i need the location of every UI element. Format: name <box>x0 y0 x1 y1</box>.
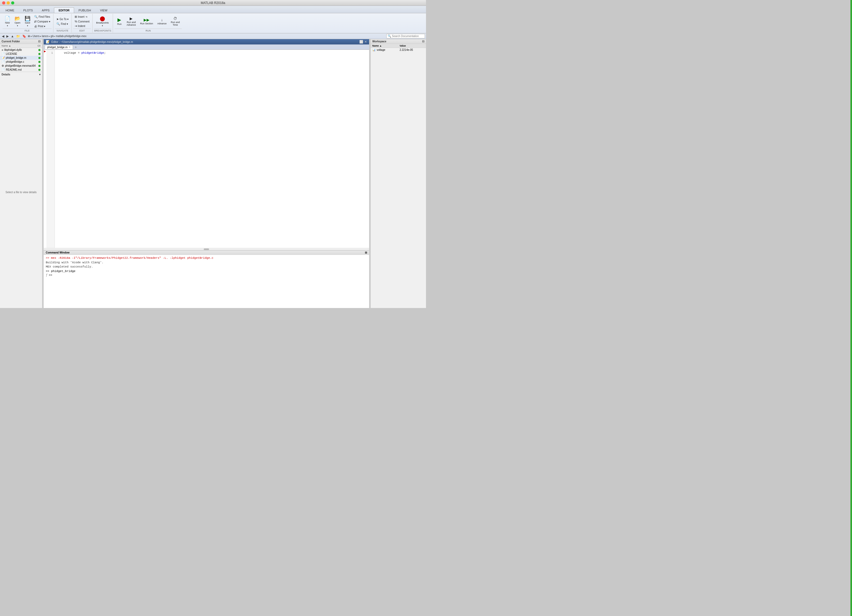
breadcrumb-git[interactable]: git <box>51 35 53 38</box>
prompt-symbol: ƒ <box>46 273 48 277</box>
file-list-header: Name ▲ Git <box>0 44 42 48</box>
nav-up-button[interactable]: ▲ <box>10 34 15 38</box>
file-item-license[interactable]: 📄 LICENSE <box>0 52 42 56</box>
file-item-phidgetbridge-mex[interactable]: ⚙ phidgetBridge.mexmaci64 <box>0 64 42 68</box>
current-folder-expand-icon[interactable]: ⊟ <box>38 40 41 43</box>
file-buttons: 📄 New ▾ 📂 Open ▾ 💾 Save ▾ 🔍 Find Files <box>3 14 51 29</box>
current-line-arrow: ▶ <box>44 50 47 53</box>
workspace-header: Workspace ⊟ <box>371 39 426 44</box>
phidgetbridge-mex-icon: ⚙ <box>2 64 4 67</box>
new-button[interactable]: 📄 New ▾ <box>3 14 12 29</box>
goto-button[interactable]: ➤ Go To ▾ <box>55 17 70 21</box>
maximize-button[interactable] <box>11 2 14 5</box>
editor-controls: ⬜ ✕ <box>360 40 367 44</box>
editor-scrollbar-horizontal[interactable] <box>44 248 369 250</box>
save-button[interactable]: 💾 Save ▾ <box>23 14 32 29</box>
breakpoints-label: Breakpoints <box>96 21 109 24</box>
run-section-button[interactable]: ▶▶ Run Section <box>138 14 155 29</box>
breakpoints-button[interactable]: ⬤ Breakpoints ▾ <box>94 14 110 29</box>
tab-plots[interactable]: PLOTS <box>19 8 37 13</box>
compare-button[interactable]: ⇄ Compare ▾ <box>33 19 51 24</box>
license-name: LICENSE <box>6 52 17 55</box>
editor-close-button[interactable]: ✕ <box>364 40 367 44</box>
workspace-row-voltage[interactable]: 📊 voltage 2.2214e-05 <box>371 48 426 52</box>
find-files-icon: 🔍 <box>34 15 38 18</box>
indent-label: Indent <box>78 25 85 27</box>
open-icon: 📂 <box>15 16 20 21</box>
navbar: ◀ ▶ ▲ 📁 🔖 🖥 ▸ Users ▸ lance ▸ git ▸ matl… <box>0 33 426 39</box>
file-item-phidgetbridge-c[interactable]: 📄 phidgetBridge.c <box>0 60 42 64</box>
breakpoints-section-label: BREAKPOINTS <box>94 29 111 32</box>
command-window-body[interactable]: >> mex -R2018a -I"/Library/Frameworks/Ph… <box>44 255 369 308</box>
tab-editor[interactable]: EDITOR <box>54 8 74 13</box>
scrollbar-thumb[interactable] <box>204 248 209 250</box>
breadcrumb-repo[interactable]: matlab-phidgetbridge-mex <box>56 35 86 38</box>
editor-content[interactable]: voltage = phidgetBridge; <box>55 50 369 248</box>
nav-back-button[interactable]: ◀ <box>1 34 5 38</box>
workspace-expand-icon[interactable]: ⊟ <box>422 40 424 43</box>
tab-publish[interactable]: PUBLISH <box>74 8 95 13</box>
indent-icon: ⇥ <box>75 24 77 28</box>
current-folder-header: Current Folder ⊟ <box>0 39 42 44</box>
minimize-button[interactable] <box>7 2 10 5</box>
find-button[interactable]: 🔍 Find ▾ <box>55 22 70 26</box>
details-chevron-icon: ▾ <box>39 73 41 76</box>
print-button[interactable]: 🖨 Print ▾ <box>33 24 51 28</box>
run-icon: ▶ <box>118 17 121 22</box>
editor-tab-label: phidget_bridge.m <box>47 46 68 49</box>
command-window: Command Window ⊟ >> mex -R2018a -I"/Libr… <box>44 250 369 308</box>
nav-browse-button[interactable]: 📁 <box>15 34 21 38</box>
phidgetbridge-mex-name: phidgetBridge.mexmaci64 <box>5 64 36 67</box>
nav-forward-button[interactable]: ▶ <box>6 34 9 38</box>
tab-apps[interactable]: APPS <box>37 8 54 13</box>
run-time-button[interactable]: ⏱ Run andTime <box>169 14 181 29</box>
ribbon-section-breakpoints: ⬤ Breakpoints ▾ BREAKPOINTS <box>93 14 113 33</box>
editor-add-tab-button[interactable]: + <box>74 45 78 49</box>
ribbon-section-navigate: ➤ Go To ▾ 🔍 Find ▾ NAVIGATE <box>53 14 72 33</box>
run-advance-button[interactable]: ▶ Run andAdvance <box>125 14 137 29</box>
compare-icon: ⇄ <box>34 20 36 23</box>
editor-undock-button[interactable]: ⬜ <box>360 40 363 44</box>
file-item-libphidget[interactable]: ■ libphidget.dylib <box>0 48 42 52</box>
breadcrumb-lance[interactable]: lance <box>42 35 48 38</box>
editor-tabs: phidget_bridge.m ✕ + <box>44 44 369 50</box>
comment-label: Comment <box>78 20 89 23</box>
main-layout: Current Folder ⊟ Name ▲ Git ■ libphidget… <box>0 39 426 308</box>
insert-button[interactable]: ⊞ Insert fx <box>73 15 91 19</box>
close-button[interactable] <box>2 2 5 5</box>
breadcrumb-root[interactable]: 🖥 <box>27 35 30 38</box>
file-item-readme[interactable]: 📄 README.md <box>0 68 42 72</box>
run-advance-label: Run andAdvance <box>127 21 136 26</box>
nav-bookmark-button[interactable]: 🔖 <box>21 34 27 38</box>
save-icon: 💾 <box>25 16 30 21</box>
editor-tab-close-button[interactable]: ✕ <box>68 46 71 48</box>
command-window-expand-icon[interactable]: ⊟ <box>365 251 367 254</box>
details-header[interactable]: Details ▾ <box>2 73 41 76</box>
run-section-label: Run Section <box>140 22 153 25</box>
phidgetbridge-c-name: phidgetBridge.c <box>6 60 24 63</box>
workspace-table-header: Name ▲ Value <box>371 44 426 48</box>
comment-button[interactable]: % Comment <box>73 19 91 24</box>
run-button[interactable]: ▶ Run <box>115 14 124 29</box>
run-buttons: ▶ Run ▶ Run andAdvance ▶▶ Run Section ↓ … <box>115 14 181 29</box>
search-input[interactable] <box>392 35 424 38</box>
command-input[interactable] <box>53 273 367 277</box>
navigate-buttons: ➤ Go To ▾ 🔍 Find ▾ <box>55 14 70 29</box>
search-documentation-box[interactable]: 🔍 <box>386 34 425 38</box>
advance-button[interactable]: ↓ Advance <box>155 14 168 29</box>
new-icon: 📄 <box>5 16 10 21</box>
license-git-status <box>38 53 41 55</box>
command-prompt[interactable]: ƒ >> <box>46 273 367 277</box>
line-numbers: 1 <box>47 50 55 248</box>
editor-tab-phidget-bridge[interactable]: phidget_bridge.m ✕ <box>45 45 73 49</box>
file-small-buttons: 🔍 Find Files ⇄ Compare ▾ 🖨 Print ▾ <box>33 15 51 28</box>
tab-view[interactable]: VIEW <box>95 8 112 13</box>
tab-home[interactable]: HOME <box>1 8 19 13</box>
find-files-button[interactable]: 🔍 Find Files <box>33 15 51 19</box>
file-item-phidget-bridge-m[interactable]: 📝 phidget_bridge.m <box>0 56 42 60</box>
open-button[interactable]: 📂 Open ▾ <box>13 14 22 29</box>
indent-button[interactable]: ⇥ Indent <box>73 24 91 28</box>
editor-container: 📝 Editor - ~/Users/lance/git/matlab-phid… <box>44 39 369 250</box>
ws-var-icon-voltage: 📊 <box>372 48 375 51</box>
breadcrumb-users[interactable]: Users <box>33 35 39 38</box>
